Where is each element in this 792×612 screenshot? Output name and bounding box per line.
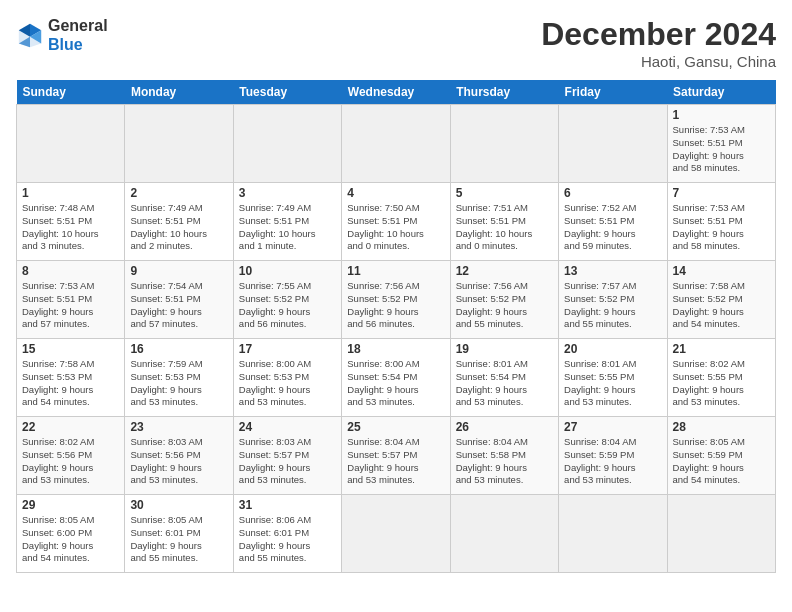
week-row-2: 8Sunrise: 7:53 AM Sunset: 5:51 PM Daylig… bbox=[17, 261, 776, 339]
weekday-header-wednesday: Wednesday bbox=[342, 80, 450, 105]
day-number: 1 bbox=[22, 186, 119, 200]
day-info: Sunrise: 8:02 AM Sunset: 5:56 PM Dayligh… bbox=[22, 436, 119, 487]
week-row-4: 22Sunrise: 8:02 AM Sunset: 5:56 PM Dayli… bbox=[17, 417, 776, 495]
day-info: Sunrise: 7:56 AM Sunset: 5:52 PM Dayligh… bbox=[456, 280, 553, 331]
calendar-cell: 6Sunrise: 7:52 AM Sunset: 5:51 PM Daylig… bbox=[559, 183, 667, 261]
day-info: Sunrise: 7:55 AM Sunset: 5:52 PM Dayligh… bbox=[239, 280, 336, 331]
calendar-cell: 25Sunrise: 8:04 AM Sunset: 5:57 PM Dayli… bbox=[342, 417, 450, 495]
header: General Blue December 2024 Haoti, Gansu,… bbox=[16, 16, 776, 70]
calendar-cell: 8Sunrise: 7:53 AM Sunset: 5:51 PM Daylig… bbox=[17, 261, 125, 339]
day-info: Sunrise: 8:01 AM Sunset: 5:54 PM Dayligh… bbox=[456, 358, 553, 409]
calendar-cell bbox=[125, 105, 233, 183]
calendar-cell: 9Sunrise: 7:54 AM Sunset: 5:51 PM Daylig… bbox=[125, 261, 233, 339]
day-info: Sunrise: 8:04 AM Sunset: 5:59 PM Dayligh… bbox=[564, 436, 661, 487]
day-info: Sunrise: 8:00 AM Sunset: 5:54 PM Dayligh… bbox=[347, 358, 444, 409]
calendar-cell bbox=[17, 105, 125, 183]
logo-text: General Blue bbox=[48, 16, 108, 54]
calendar-cell bbox=[450, 105, 558, 183]
week-row-1: 1Sunrise: 7:48 AM Sunset: 5:51 PM Daylig… bbox=[17, 183, 776, 261]
day-info: Sunrise: 8:03 AM Sunset: 5:56 PM Dayligh… bbox=[130, 436, 227, 487]
calendar-cell: 15Sunrise: 7:58 AM Sunset: 5:53 PM Dayli… bbox=[17, 339, 125, 417]
day-number: 24 bbox=[239, 420, 336, 434]
day-number: 5 bbox=[456, 186, 553, 200]
logo: General Blue bbox=[16, 16, 108, 54]
calendar-cell bbox=[559, 105, 667, 183]
day-info: Sunrise: 7:58 AM Sunset: 5:53 PM Dayligh… bbox=[22, 358, 119, 409]
calendar-cell: 23Sunrise: 8:03 AM Sunset: 5:56 PM Dayli… bbox=[125, 417, 233, 495]
day-number: 3 bbox=[239, 186, 336, 200]
day-info: Sunrise: 7:49 AM Sunset: 5:51 PM Dayligh… bbox=[239, 202, 336, 253]
weekday-header-thursday: Thursday bbox=[450, 80, 558, 105]
weekday-header-sunday: Sunday bbox=[17, 80, 125, 105]
week-row-5: 29Sunrise: 8:05 AM Sunset: 6:00 PM Dayli… bbox=[17, 495, 776, 573]
day-info: Sunrise: 8:02 AM Sunset: 5:55 PM Dayligh… bbox=[673, 358, 770, 409]
day-number: 13 bbox=[564, 264, 661, 278]
day-info: Sunrise: 8:05 AM Sunset: 6:01 PM Dayligh… bbox=[130, 514, 227, 565]
calendar-cell: 13Sunrise: 7:57 AM Sunset: 5:52 PM Dayli… bbox=[559, 261, 667, 339]
title-block: December 2024 Haoti, Gansu, China bbox=[541, 16, 776, 70]
day-number: 12 bbox=[456, 264, 553, 278]
weekday-header-tuesday: Tuesday bbox=[233, 80, 341, 105]
weekday-header-friday: Friday bbox=[559, 80, 667, 105]
calendar-cell: 4Sunrise: 7:50 AM Sunset: 5:51 PM Daylig… bbox=[342, 183, 450, 261]
day-info: Sunrise: 7:52 AM Sunset: 5:51 PM Dayligh… bbox=[564, 202, 661, 253]
calendar-cell: 18Sunrise: 8:00 AM Sunset: 5:54 PM Dayli… bbox=[342, 339, 450, 417]
calendar-cell: 16Sunrise: 7:59 AM Sunset: 5:53 PM Dayli… bbox=[125, 339, 233, 417]
day-number: 10 bbox=[239, 264, 336, 278]
day-number: 18 bbox=[347, 342, 444, 356]
calendar-cell bbox=[342, 105, 450, 183]
day-number: 1 bbox=[673, 108, 770, 122]
day-number: 19 bbox=[456, 342, 553, 356]
month-title: December 2024 bbox=[541, 16, 776, 53]
logo-icon bbox=[16, 21, 44, 49]
day-number: 17 bbox=[239, 342, 336, 356]
weekday-header-row: SundayMondayTuesdayWednesdayThursdayFrid… bbox=[17, 80, 776, 105]
day-number: 29 bbox=[22, 498, 119, 512]
day-number: 6 bbox=[564, 186, 661, 200]
day-number: 4 bbox=[347, 186, 444, 200]
day-number: 23 bbox=[130, 420, 227, 434]
day-number: 15 bbox=[22, 342, 119, 356]
day-info: Sunrise: 8:01 AM Sunset: 5:55 PM Dayligh… bbox=[564, 358, 661, 409]
day-number: 9 bbox=[130, 264, 227, 278]
day-info: Sunrise: 8:06 AM Sunset: 6:01 PM Dayligh… bbox=[239, 514, 336, 565]
day-number: 20 bbox=[564, 342, 661, 356]
calendar-cell: 31Sunrise: 8:06 AM Sunset: 6:01 PM Dayli… bbox=[233, 495, 341, 573]
day-number: 27 bbox=[564, 420, 661, 434]
calendar-cell: 28Sunrise: 8:05 AM Sunset: 5:59 PM Dayli… bbox=[667, 417, 775, 495]
day-number: 25 bbox=[347, 420, 444, 434]
calendar-cell: 30Sunrise: 8:05 AM Sunset: 6:01 PM Dayli… bbox=[125, 495, 233, 573]
location: Haoti, Gansu, China bbox=[541, 53, 776, 70]
day-number: 28 bbox=[673, 420, 770, 434]
day-info: Sunrise: 7:49 AM Sunset: 5:51 PM Dayligh… bbox=[130, 202, 227, 253]
weekday-header-saturday: Saturday bbox=[667, 80, 775, 105]
day-number: 8 bbox=[22, 264, 119, 278]
day-number: 11 bbox=[347, 264, 444, 278]
calendar-cell: 3Sunrise: 7:49 AM Sunset: 5:51 PM Daylig… bbox=[233, 183, 341, 261]
calendar-cell: 27Sunrise: 8:04 AM Sunset: 5:59 PM Dayli… bbox=[559, 417, 667, 495]
calendar-cell: 17Sunrise: 8:00 AM Sunset: 5:53 PM Dayli… bbox=[233, 339, 341, 417]
day-info: Sunrise: 7:59 AM Sunset: 5:53 PM Dayligh… bbox=[130, 358, 227, 409]
calendar-cell: 1Sunrise: 7:48 AM Sunset: 5:51 PM Daylig… bbox=[17, 183, 125, 261]
calendar-cell: 5Sunrise: 7:51 AM Sunset: 5:51 PM Daylig… bbox=[450, 183, 558, 261]
calendar-cell: 24Sunrise: 8:03 AM Sunset: 5:57 PM Dayli… bbox=[233, 417, 341, 495]
day-info: Sunrise: 7:51 AM Sunset: 5:51 PM Dayligh… bbox=[456, 202, 553, 253]
day-number: 16 bbox=[130, 342, 227, 356]
weekday-header-monday: Monday bbox=[125, 80, 233, 105]
day-info: Sunrise: 7:56 AM Sunset: 5:52 PM Dayligh… bbox=[347, 280, 444, 331]
calendar-cell: 2Sunrise: 7:49 AM Sunset: 5:51 PM Daylig… bbox=[125, 183, 233, 261]
day-info: Sunrise: 8:03 AM Sunset: 5:57 PM Dayligh… bbox=[239, 436, 336, 487]
calendar-cell bbox=[559, 495, 667, 573]
day-info: Sunrise: 8:04 AM Sunset: 5:58 PM Dayligh… bbox=[456, 436, 553, 487]
page: General Blue December 2024 Haoti, Gansu,… bbox=[0, 0, 792, 612]
day-info: Sunrise: 8:05 AM Sunset: 5:59 PM Dayligh… bbox=[673, 436, 770, 487]
day-info: Sunrise: 7:57 AM Sunset: 5:52 PM Dayligh… bbox=[564, 280, 661, 331]
day-number: 2 bbox=[130, 186, 227, 200]
day-info: Sunrise: 7:53 AM Sunset: 5:51 PM Dayligh… bbox=[673, 124, 770, 175]
day-number: 31 bbox=[239, 498, 336, 512]
calendar-cell bbox=[342, 495, 450, 573]
day-number: 7 bbox=[673, 186, 770, 200]
day-info: Sunrise: 8:04 AM Sunset: 5:57 PM Dayligh… bbox=[347, 436, 444, 487]
calendar-cell bbox=[450, 495, 558, 573]
calendar-cell: 26Sunrise: 8:04 AM Sunset: 5:58 PM Dayli… bbox=[450, 417, 558, 495]
